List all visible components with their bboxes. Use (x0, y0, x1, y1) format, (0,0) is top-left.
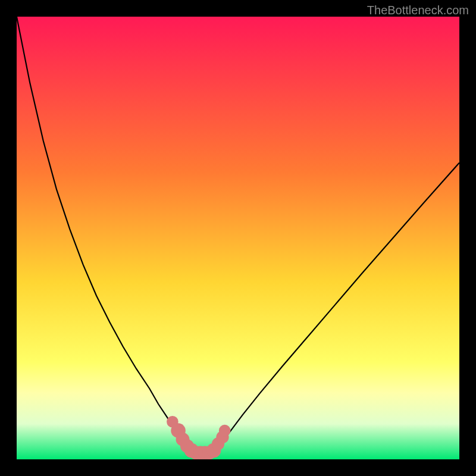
chart-svg (17, 17, 459, 459)
plot-area (17, 17, 459, 459)
chart-container: TheBottleneck.com (0, 0, 476, 476)
marker-point (219, 425, 231, 437)
watermark-text: TheBottleneck.com (367, 4, 469, 17)
